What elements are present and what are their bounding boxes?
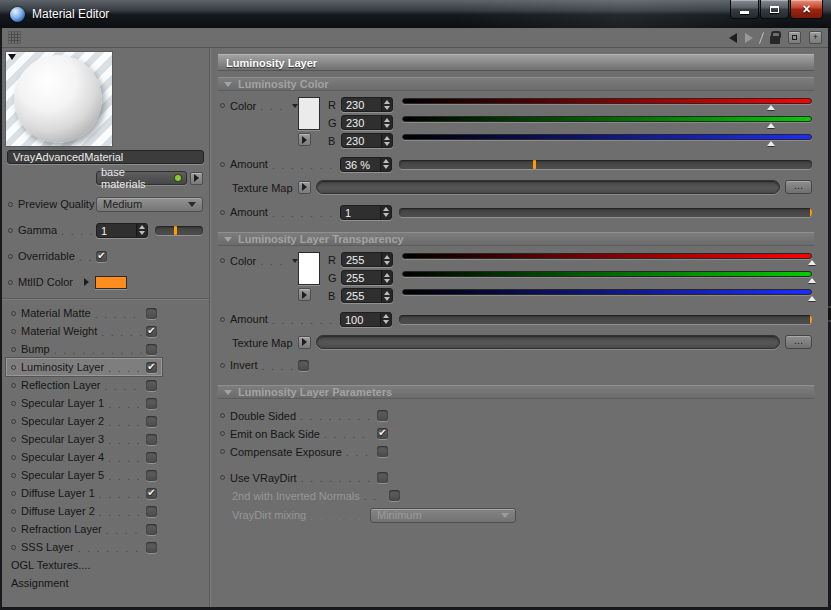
drag-handle[interactable] (8, 31, 21, 44)
gradient-slider[interactable] (402, 271, 812, 285)
rgb-stepper[interactable] (381, 134, 392, 147)
rgb-stepper[interactable] (381, 253, 392, 266)
mtlid-color-swatch[interactable] (95, 276, 127, 289)
overridable-checkbox[interactable] (96, 251, 107, 262)
gamma-stepper[interactable] (136, 224, 147, 237)
channel-row[interactable]: SSS Layer (6, 538, 162, 556)
close-button[interactable]: × (790, 0, 823, 19)
texture-slot[interactable] (316, 180, 780, 194)
assignment-item[interactable]: Assignment (2, 574, 209, 592)
amount-slider[interactable] (399, 160, 812, 169)
history-forward-icon[interactable] (745, 33, 753, 43)
channel-row[interactable]: Specular Layer 5 (6, 466, 162, 484)
history-back-icon[interactable] (729, 33, 737, 43)
parameter-checkbox[interactable] (377, 446, 388, 457)
rgb-value-field[interactable]: 230 (341, 97, 393, 112)
rgb-stepper[interactable] (381, 116, 392, 129)
rgb-value-field[interactable]: 230 (341, 115, 393, 130)
parameter-checkbox[interactable] (377, 428, 388, 439)
gradient-slider[interactable] (402, 289, 812, 303)
channel-row[interactable]: Specular Layer 1 (6, 394, 162, 412)
channel-checkbox[interactable] (146, 362, 157, 373)
color-expand-button[interactable] (298, 133, 311, 146)
rgb-stepper[interactable] (381, 98, 392, 111)
minimize-button[interactable] (730, 0, 759, 19)
transparency-color-swatch[interactable] (298, 252, 320, 285)
luminosity-color-swatch[interactable] (298, 97, 320, 130)
texture-expand-button[interactable] (298, 336, 311, 349)
channel-checkbox[interactable] (146, 452, 157, 463)
channel-row[interactable]: Diffuse Layer 2 (6, 502, 162, 520)
channel-row[interactable]: Reflection Layer (6, 376, 162, 394)
rgb-value-field[interactable]: 230 (341, 133, 393, 148)
channel-row[interactable]: Refraction Layer (6, 520, 162, 538)
amount2-slider[interactable] (399, 208, 812, 217)
channel-checkbox[interactable] (146, 326, 157, 337)
gradient-marker[interactable] (808, 296, 816, 301)
texture-slot[interactable] (316, 335, 780, 349)
texture-expand-button[interactable] (298, 181, 311, 194)
browse-button[interactable]: ... (785, 335, 812, 349)
parameter-checkbox[interactable] (377, 472, 388, 483)
slider-marker[interactable] (810, 315, 812, 324)
gradient-slider[interactable] (402, 134, 812, 148)
rgb-value-field[interactable]: 255 (341, 288, 393, 303)
channel-row[interactable]: Specular Layer 2 (6, 412, 162, 430)
ogl-textures-item[interactable]: OGL Textures.... (2, 556, 209, 574)
amount2-field[interactable]: 1 (340, 205, 392, 220)
color-expand-button[interactable] (298, 288, 311, 301)
channel-checkbox[interactable] (146, 308, 157, 319)
base-materials-expand-button[interactable] (190, 172, 203, 185)
channel-checkbox[interactable] (146, 344, 157, 355)
amount-stepper[interactable] (380, 158, 391, 171)
gradient-marker[interactable] (808, 260, 816, 265)
channel-checkbox[interactable] (146, 416, 157, 427)
rgb-value-field[interactable]: 255 (341, 270, 393, 285)
browse-button[interactable]: ... (785, 180, 812, 194)
channel-row[interactable]: Specular Layer 3 (6, 430, 162, 448)
channel-row[interactable]: Material Matte (6, 304, 162, 322)
slider-marker[interactable] (810, 208, 812, 217)
channel-row[interactable]: Specular Layer 4 (6, 448, 162, 466)
slider-marker[interactable] (533, 160, 536, 169)
channel-checkbox[interactable] (146, 524, 157, 535)
parameter-checkbox[interactable] (377, 410, 388, 421)
channel-row[interactable]: Luminosity Layer (6, 358, 162, 376)
chevron-right-icon[interactable] (84, 278, 89, 286)
channel-checkbox[interactable] (146, 470, 157, 481)
slider-marker[interactable] (174, 226, 177, 235)
vraydirt-mixing-dropdown[interactable]: Minimum (370, 508, 516, 523)
channel-checkbox[interactable] (146, 488, 157, 499)
channel-row[interactable]: Material Weight (6, 322, 162, 340)
gradient-slider[interactable] (402, 98, 812, 112)
rgb-value-field[interactable]: 255 (341, 252, 393, 267)
add-button[interactable]: + (809, 31, 822, 44)
channel-checkbox[interactable] (146, 542, 157, 553)
gradient-marker[interactable] (767, 105, 775, 110)
channel-row[interactable]: Bump (6, 340, 162, 358)
channel-checkbox[interactable] (146, 380, 157, 391)
gradient-marker[interactable] (767, 123, 775, 128)
titlebar[interactable]: Material Editor × (0, 0, 831, 28)
amount2-stepper[interactable] (380, 206, 391, 219)
dock-button[interactable] (788, 31, 801, 44)
amount-slider[interactable] (399, 315, 812, 324)
base-materials-button[interactable]: base materials (96, 171, 187, 185)
amount-field[interactable]: 100 % (340, 312, 392, 327)
material-name-field[interactable]: VrayAdvancedMaterial (7, 150, 204, 164)
lock-icon[interactable] (770, 36, 780, 44)
rgb-stepper[interactable] (381, 289, 392, 302)
preview-quality-dropdown[interactable]: Medium (96, 197, 203, 212)
section-transparency[interactable]: Luminosity Layer Transparency (218, 232, 814, 246)
amount-field[interactable]: 36 % (340, 157, 392, 172)
gamma-slider[interactable] (155, 226, 203, 235)
gradient-slider[interactable] (402, 253, 812, 267)
gradient-slider[interactable] (402, 116, 812, 130)
section-luminosity-color[interactable]: Luminosity Color (218, 77, 814, 91)
preview-flyout-icon[interactable] (8, 54, 16, 60)
maximize-button[interactable] (760, 0, 789, 19)
gradient-marker[interactable] (808, 278, 816, 283)
section-parameters[interactable]: Luminosity Layer Parameters (218, 385, 814, 399)
invert-checkbox[interactable] (298, 360, 309, 371)
gradient-marker[interactable] (767, 141, 775, 146)
